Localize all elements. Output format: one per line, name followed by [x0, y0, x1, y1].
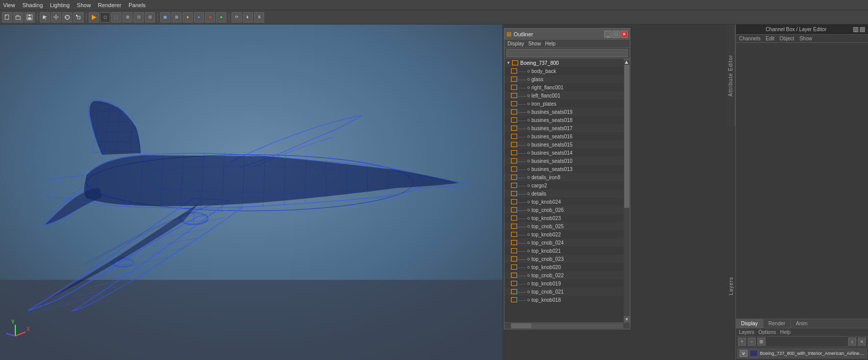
tb11[interactable]: ●	[216, 12, 226, 22]
right-panel-minimize[interactable]: _	[853, 27, 858, 32]
outliner-menu-help[interactable]: Help	[545, 41, 556, 46]
outliner-item-top_knob022[interactable]: —— o top_knob022	[504, 230, 624, 238]
layer-tab-render[interactable]: Render	[763, 319, 791, 328]
tb12[interactable]: ⟳	[232, 12, 242, 22]
connector-icon: ——	[518, 69, 526, 74]
scrollbar-up-arrow[interactable]: ▲	[624, 59, 630, 60]
outliner-item-busines_seats015[interactable]: —— o busines_seats015	[504, 140, 624, 149]
outliner-item-top_cnob_021[interactable]: —— o top_cnob_021	[504, 287, 624, 296]
menu-renderer[interactable]: Renderer	[98, 2, 121, 8]
attribute-editor-side-tab[interactable]: Attribute Editor	[726, 25, 735, 127]
viewport-3d[interactable]: X Y	[0, 25, 502, 360]
outliner-tree[interactable]: ▼ Boeing_737_800 —— o body_back —— o gla…	[504, 59, 630, 322]
channel-menu-show[interactable]: Show	[799, 36, 812, 41]
layer-option-help[interactable]: Help	[780, 329, 790, 335]
channel-menu-object[interactable]: Object	[780, 36, 795, 41]
layer-options-button[interactable]: ⊞	[757, 338, 765, 346]
channel-menu-edit[interactable]: Edit	[765, 36, 774, 41]
outliner-hscroll-track[interactable]	[511, 323, 623, 328]
select-tool-button[interactable]	[40, 12, 50, 22]
layer-tab-anim[interactable]: Anim	[791, 319, 813, 328]
outliner-item-body_back[interactable]: —— o body_back	[504, 67, 624, 75]
outliner-item-glass[interactable]: —— o glass	[504, 75, 624, 83]
open-file-button[interactable]	[13, 12, 23, 22]
outliner-item-top_knob018[interactable]: —— o top_knob018	[504, 296, 624, 304]
tb8[interactable]: ●	[183, 12, 193, 22]
move-tool-button[interactable]	[51, 12, 61, 22]
outliner-item-busines_seats017[interactable]: —— o busines_seats017	[504, 124, 624, 132]
layer-option-options[interactable]: Options	[758, 329, 776, 335]
outliner-item-top_knob020[interactable]: —— o top_knob020	[504, 263, 624, 271]
layer-sort-button[interactable]: ↕	[848, 338, 856, 346]
outliner-item-top_cnob_024[interactable]: —— o top_cnob_024	[504, 238, 624, 247]
outliner-scrollbar-thumb[interactable]	[624, 65, 629, 208]
outliner-item-top_knob024[interactable]: —— o top_knob024	[504, 198, 624, 206]
tb6[interactable]: ▣	[160, 12, 170, 22]
outliner-item-root[interactable]: ▼ Boeing_737_800	[504, 59, 624, 67]
outliner-item-busines_seats019[interactable]: —— o busines_seats019	[504, 108, 624, 116]
layer-color-swatch[interactable]	[750, 350, 758, 357]
outliner-item-top_knob021[interactable]: —— o top_knob021	[504, 247, 624, 255]
tb4[interactable]: ⊡	[134, 12, 144, 22]
outliner-item-top_cnob_026[interactable]: —— o top_cnob_026	[504, 206, 624, 214]
outliner-item-busines_seats010[interactable]: —— o busines_seats010	[504, 157, 624, 165]
outliner-close-button[interactable]: ✕	[621, 31, 628, 38]
outliner-item-top_cnob_025[interactable]: —— o top_cnob_025	[504, 222, 624, 230]
menu-view[interactable]: View	[3, 2, 15, 8]
menu-shading[interactable]: Shading	[22, 2, 43, 8]
outliner-item-top_cnob_022[interactable]: —— o top_cnob_022	[504, 271, 624, 279]
outliner-scrollbar[interactable]: ▲ ▼	[624, 59, 630, 322]
outliner-item-details_iron8[interactable]: —— o details_iron8	[504, 173, 624, 181]
outliner-item-busines_seats016[interactable]: —— o busines_seats016	[504, 132, 624, 140]
outliner-hscrollbar[interactable]	[504, 322, 630, 329]
outliner-item-left_flanc001[interactable]: —— o left_flanc001	[504, 91, 624, 100]
new-file-button[interactable]	[2, 12, 12, 22]
layer-row-1[interactable]: V Boeing_737_800_with_Interior_American_…	[737, 348, 867, 358]
outliner-maximize-button[interactable]: □	[612, 31, 620, 38]
outliner-item-iron_plates[interactable]: —— o iron_plates	[504, 100, 624, 108]
layer-tab-display[interactable]: Display	[736, 319, 763, 328]
expand-icon[interactable]: ▼	[505, 60, 512, 66]
outliner-menu-display[interactable]: Display	[507, 41, 524, 46]
tb9[interactable]: ●	[194, 12, 204, 22]
scale-tool-button[interactable]	[73, 12, 84, 22]
right-panel-maximize[interactable]: □	[860, 27, 865, 32]
tb5[interactable]: ⊟	[145, 12, 155, 22]
tb14[interactable]: ⏸	[254, 12, 264, 22]
save-file-button[interactable]	[24, 12, 35, 22]
tb13[interactable]: ⏵	[243, 12, 253, 22]
outliner-hscroll-thumb[interactable]	[511, 323, 531, 328]
render-button[interactable]	[89, 12, 99, 22]
outliner-item-right_flanc001[interactable]: —— o right_flanc001	[504, 83, 624, 91]
menu-show[interactable]: Show	[77, 2, 91, 8]
outliner-item-busines_seats013[interactable]: —— o busines_seats013	[504, 165, 624, 173]
circle-icon: o	[527, 281, 530, 286]
tb3[interactable]: ⊞	[122, 12, 133, 22]
layer-filter-button[interactable]: ≡	[858, 338, 866, 346]
outliner-item-top_cnob_023[interactable]: —— o top_cnob_023	[504, 255, 624, 263]
layer-new-button[interactable]: +	[738, 338, 746, 346]
tb2[interactable]: ⬚	[111, 12, 121, 22]
outliner-item-top_knob023[interactable]: —— o top_knob023	[504, 214, 624, 222]
outliner-titlebar[interactable]: ⊞ Outliner _ □ ✕	[504, 29, 630, 40]
toolbar-separator-2	[86, 13, 87, 22]
tb10[interactable]: ●	[205, 12, 215, 22]
outliner-item-top_knob019[interactable]: —— o top_knob019	[504, 279, 624, 287]
channel-menu-channels[interactable]: Channels	[739, 36, 760, 41]
tb1[interactable]: ◻	[100, 12, 110, 22]
menu-panels[interactable]: Panels	[129, 2, 146, 8]
outliner-minimize-button[interactable]: _	[604, 31, 611, 38]
outliner-item-busines_seats014[interactable]: —— o busines_seats014	[504, 149, 624, 157]
rotate-tool-button[interactable]	[62, 12, 72, 22]
tb7[interactable]: ⊞	[171, 12, 182, 22]
outliner-search-input[interactable]	[506, 49, 628, 57]
outliner-item-cargo2[interactable]: —— o cargo2	[504, 181, 624, 189]
outliner-item-busines_seats018[interactable]: —— o busines_seats018	[504, 116, 624, 124]
menu-lighting[interactable]: Lighting	[50, 2, 70, 8]
outliner-item-details[interactable]: —— o details	[504, 189, 624, 198]
outliner-menu-show[interactable]: Show	[528, 41, 541, 46]
scrollbar-down-arrow[interactable]: ▼	[624, 316, 630, 322]
layer-delete-button[interactable]: −	[748, 338, 756, 346]
layer-visible-toggle[interactable]: V	[739, 350, 748, 357]
layer-option-layers[interactable]: Layers	[739, 329, 754, 335]
